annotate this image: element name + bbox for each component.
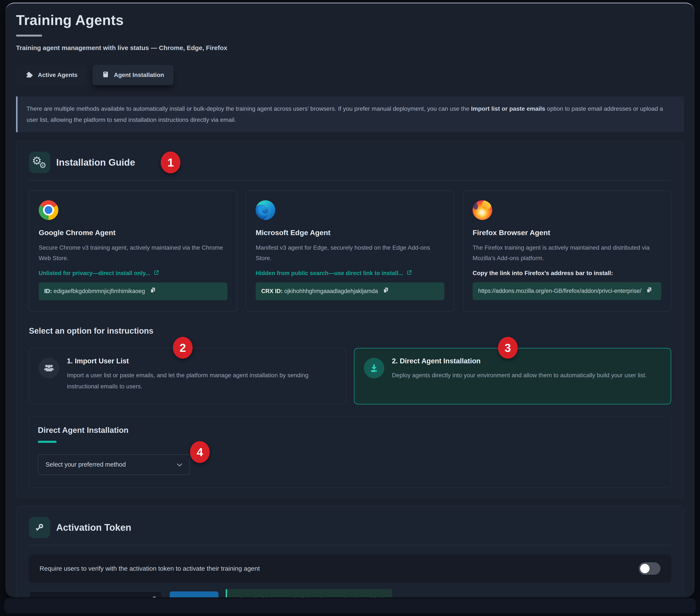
preferred-method-select[interactable]: Select your preferred method — [38, 454, 190, 475]
external-link-icon — [407, 270, 412, 277]
link-label: Unlisted for privacy—direct install only… — [39, 270, 150, 277]
chrome-extension-id-box: ID: edigaefbkgdobmmnjicjfimhimikaoeg — [39, 282, 227, 300]
require-token-setting-row: Require users to verify with the activat… — [29, 554, 671, 583]
page-subtitle: Training agent management with live stat… — [16, 44, 684, 51]
users-icon — [39, 358, 59, 378]
download-icon — [364, 358, 384, 378]
installation-guide-section: ⚙ ⚙ Installation Guide 1 Google Chrome A… — [16, 141, 684, 498]
key-icon — [29, 517, 50, 538]
tab-label: Agent Installation — [114, 72, 164, 78]
select-option-heading: Select an option for instructions — [29, 326, 671, 336]
install-card-icon — [102, 71, 109, 79]
browser-card-title: Microsoft Edge Agent — [255, 228, 445, 237]
installation-guide-header: ⚙ ⚙ Installation Guide 1 — [29, 152, 671, 173]
id-label: ID: — [44, 288, 52, 294]
option-card-body: 2. Direct Agent Installation Deploy agen… — [392, 357, 647, 392]
direct-agent-installation-panel: 4 Direct Agent Installation Select your … — [29, 416, 671, 488]
browser-card-title: Firefox Browser Agent — [473, 228, 661, 237]
direct-panel-title: Direct Agent Installation — [38, 426, 662, 435]
chrome-logo-icon — [39, 200, 58, 220]
addon-url: https://addons.mozilla.org/en-GB/firefox… — [478, 288, 641, 294]
browser-card-title: Google Chrome Agent — [39, 228, 227, 237]
divider — [29, 545, 671, 545]
chrome-store-link[interactable]: Unlisted for privacy—direct install only… — [39, 270, 227, 277]
chevron-down-icon — [177, 461, 182, 468]
step-badge-2: 2 — [173, 337, 192, 359]
gears-icon: ⚙ ⚙ — [29, 152, 50, 173]
step-badge-3: 3 — [498, 337, 518, 359]
token-sharing-note: Shared with users only if the above sett… — [226, 589, 392, 598]
edge-crx-id-box: CRX ID: ojkihohhhghmgaaadlagdehjakljamda — [255, 282, 445, 300]
link-label: Hidden from public search—use direct lin… — [255, 270, 403, 277]
copy-icon[interactable] — [646, 287, 652, 296]
chrome-agent-card: Google Chrome Agent Secure Chrome v3 tra… — [29, 190, 237, 312]
copy-icon[interactable] — [383, 287, 389, 296]
tab-active-agents[interactable]: Active Agents — [16, 65, 87, 85]
id-value: ojkihohhhghmgaaadlagdehjakljamda — [284, 288, 378, 294]
option-cards-row: 2 1. Import User List Import a user list… — [29, 348, 671, 404]
main-panel: Training Agents Training agent managemen… — [5, 2, 695, 598]
browser-card-desc: Manifest v3 agent for Edge, securely hos… — [255, 242, 445, 263]
option-title: 1. Import User List — [67, 357, 336, 365]
toggle-label: Require users to verify with the activat… — [39, 565, 260, 572]
background-panel-edge — [4, 598, 696, 614]
info-banner: There are multiple methods available to … — [16, 97, 684, 132]
option-desc: Deploy agents directly into your environ… — [392, 370, 647, 381]
browser-cards-row: Google Chrome Agent Secure Chrome v3 tra… — [29, 190, 671, 312]
puzzle-icon — [25, 71, 33, 80]
select-placeholder: Select your preferred method — [46, 461, 126, 468]
browser-card-desc: The Firefox training agent is actively m… — [473, 242, 661, 263]
option-title: 2. Direct Agent Installation — [392, 357, 647, 365]
option-desc: Import a user list or paste emails, and … — [67, 370, 336, 392]
id-label: CRX ID: — [261, 288, 283, 294]
step-badge-4: 4 — [190, 441, 210, 463]
firefox-logo-icon — [473, 200, 492, 220]
token-value: privc_6HK_XZpfCnzJFIPS7NvynNwFXg_eRF — [34, 596, 148, 598]
divider — [29, 180, 671, 180]
tab-bar: Active Agents Agent Installation — [16, 65, 684, 85]
section-title: Installation Guide — [56, 157, 135, 168]
browser-card-desc: Secure Chrome v3 training agent, activel… — [39, 242, 227, 263]
activation-token-header: Activation Token — [29, 517, 671, 538]
banner-bold-text: Import list or paste emails — [471, 105, 545, 112]
id-value: edigaefbkgdobmmnjicjfimhimikaoeg — [54, 288, 145, 294]
firefox-agent-card: Firefox Browser Agent The Firefox traini… — [463, 190, 671, 312]
edge-agent-card: Microsoft Edge Agent Manifest v3 agent f… — [246, 190, 454, 312]
accent-underline — [38, 441, 57, 443]
page-title: Training Agents — [16, 12, 684, 28]
banner-text: There are multiple methods available to … — [26, 105, 471, 112]
activation-token-field[interactable]: privc_6HK_XZpfCnzJFIPS7NvynNwFXg_eRF — [29, 591, 162, 598]
renew-token-button[interactable]: Renew token — [170, 591, 218, 598]
tab-label: Active Agents — [38, 72, 78, 78]
option-direct-agent-installation[interactable]: 3 2. Direct Agent Installation Deploy ag… — [354, 348, 671, 404]
copy-icon[interactable] — [150, 596, 157, 598]
token-row: privc_6HK_XZpfCnzJFIPS7NvynNwFXg_eRF Ren… — [29, 589, 671, 598]
section-title: Activation Token — [56, 522, 131, 533]
copy-icon[interactable] — [150, 287, 156, 296]
require-token-toggle[interactable] — [639, 562, 661, 575]
toggle-knob — [640, 564, 650, 573]
option-import-user-list[interactable]: 2 1. Import User List Import a user list… — [29, 348, 346, 404]
title-underline — [16, 35, 42, 37]
option-card-body: 1. Import User List Import a user list o… — [67, 357, 336, 392]
firefox-install-instruction: Copy the link into Firefox’s address bar… — [473, 270, 661, 277]
tab-agent-installation[interactable]: Agent Installation — [92, 65, 174, 85]
edge-logo-icon — [255, 200, 275, 220]
edge-store-link[interactable]: Hidden from public search—use direct lin… — [255, 270, 445, 277]
external-link-icon — [154, 270, 159, 277]
step-badge-1: 1 — [161, 152, 180, 173]
firefox-addon-url-box: https://addons.mozilla.org/en-GB/firefox… — [473, 282, 661, 300]
activation-token-section: Activation Token Require users to verify… — [16, 506, 684, 598]
